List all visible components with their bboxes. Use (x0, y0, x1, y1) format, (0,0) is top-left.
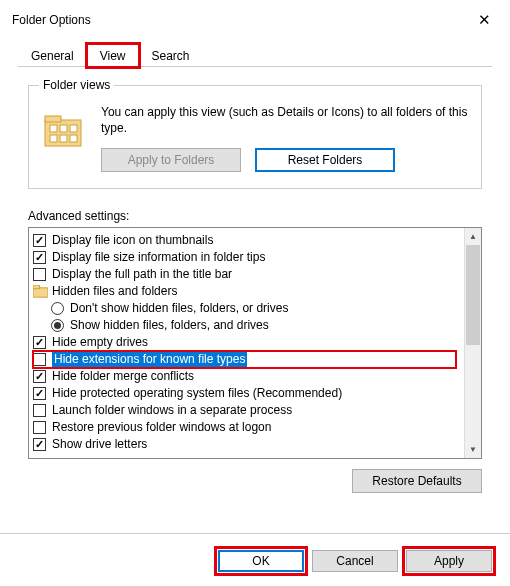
list-item-label: Hide empty drives (52, 334, 148, 351)
svg-rect-7 (70, 135, 77, 142)
list-item[interactable]: Don't show hidden files, folders, or dri… (33, 300, 456, 317)
svg-rect-4 (70, 125, 77, 132)
svg-rect-5 (50, 135, 57, 142)
list-item-label: Hide extensions for known file types (52, 351, 247, 368)
checkbox-icon[interactable]: ✓ (33, 370, 46, 383)
scrollbar[interactable]: ▲ ▼ (464, 228, 481, 458)
ok-button[interactable]: OK (218, 550, 304, 572)
list-item[interactable]: ✓Hide folder merge conflicts (33, 368, 456, 385)
folder-views-legend: Folder views (39, 78, 114, 92)
advanced-settings-listbox: ✓Display file icon on thumbnails✓Display… (28, 227, 482, 459)
checkbox-icon[interactable]: ✓ (33, 387, 46, 400)
list-item-label: Display file size information in folder … (52, 249, 265, 266)
checkbox-icon[interactable] (33, 353, 46, 366)
checkbox-icon[interactable] (33, 404, 46, 417)
list-item[interactable]: Restore previous folder windows at logon (33, 419, 456, 436)
cancel-button[interactable]: Cancel (312, 550, 398, 572)
svg-rect-1 (45, 116, 61, 122)
tab-strip: General View Search (0, 30, 510, 67)
svg-rect-6 (60, 135, 67, 142)
reset-folders-button[interactable]: Reset Folders (255, 148, 395, 172)
list-item-label: Display file icon on thumbnails (52, 232, 213, 249)
scroll-thumb[interactable] (466, 245, 480, 345)
apply-button[interactable]: Apply (406, 550, 492, 572)
checkbox-icon[interactable]: ✓ (33, 336, 46, 349)
folder-icon (33, 285, 48, 298)
view-page: Folder views You can apply thi (0, 68, 510, 523)
restore-defaults-button[interactable]: Restore Defaults (352, 469, 482, 493)
list-item-label: Display the full path in the title bar (52, 266, 232, 283)
folder-views-desc: You can apply this view (such as Details… (101, 104, 471, 136)
advanced-settings-label: Advanced settings: (28, 209, 482, 223)
folder-views-icon (39, 106, 87, 154)
list-item-label: Launch folder windows in a separate proc… (52, 402, 292, 419)
list-item-label: Don't show hidden files, folders, or dri… (70, 300, 288, 317)
tab-general[interactable]: General (18, 44, 87, 67)
list-item[interactable]: ✓Hide protected operating system files (… (33, 385, 456, 402)
list-item[interactable]: Launch folder windows in a separate proc… (33, 402, 456, 419)
radio-icon[interactable] (51, 319, 64, 332)
checkbox-icon[interactable]: ✓ (33, 251, 46, 264)
checkbox-icon[interactable] (33, 421, 46, 434)
tab-search[interactable]: Search (139, 44, 203, 67)
checkbox-icon[interactable]: ✓ (33, 234, 46, 247)
tab-view[interactable]: View (87, 44, 139, 67)
list-item[interactable]: Display the full path in the title bar (33, 266, 456, 283)
folder-options-window: Folder Options ✕ General View Search Fol… (0, 0, 510, 586)
list-item[interactable]: ✓Hide empty drives (33, 334, 456, 351)
radio-icon[interactable] (51, 302, 64, 315)
scroll-down-icon[interactable]: ▼ (465, 441, 481, 458)
list-item[interactable]: ✓Display file icon on thumbnails (33, 232, 456, 249)
scroll-up-icon[interactable]: ▲ (465, 228, 481, 245)
list-item-label: Hidden files and folders (52, 283, 177, 300)
advanced-settings-list[interactable]: ✓Display file icon on thumbnails✓Display… (29, 228, 464, 458)
list-item[interactable]: ✓Display file size information in folder… (33, 249, 456, 266)
list-item-label: Show hidden files, folders, and drives (70, 317, 269, 334)
list-item[interactable]: ✓Show drive letters (33, 436, 456, 453)
checkbox-icon[interactable] (33, 268, 46, 281)
list-item[interactable]: Hide extensions for known file types (33, 351, 456, 368)
list-item-label: Hide protected operating system files (R… (52, 385, 342, 402)
folder-views-group: Folder views You can apply thi (28, 78, 482, 189)
svg-rect-9 (33, 285, 40, 289)
dialog-footer: OK Cancel Apply (0, 533, 510, 586)
list-item-label: Show drive letters (52, 436, 147, 453)
close-icon[interactable]: ✕ (464, 11, 504, 29)
list-item[interactable]: Show hidden files, folders, and drives (33, 317, 456, 334)
list-item[interactable]: Hidden files and folders (33, 283, 456, 300)
window-title: Folder Options (12, 13, 464, 27)
titlebar: Folder Options ✕ (0, 0, 510, 30)
checkbox-icon[interactable]: ✓ (33, 438, 46, 451)
svg-rect-2 (50, 125, 57, 132)
list-item-label: Restore previous folder windows at logon (52, 419, 271, 436)
list-item-label: Hide folder merge conflicts (52, 368, 194, 385)
svg-rect-3 (60, 125, 67, 132)
apply-to-folders-button: Apply to Folders (101, 148, 241, 172)
